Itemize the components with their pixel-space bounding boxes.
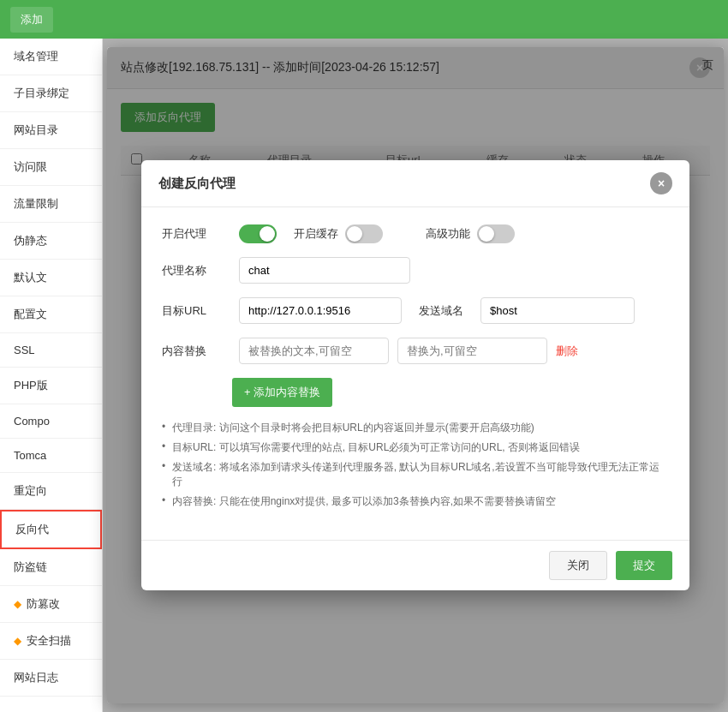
cache-enable-group: 开启缓存 (294, 224, 383, 243)
sidebar: 域名管理 子目录绑定 网站目录 访问限 流量限制 伪静态 默认文 配置文 SSL… (0, 39, 103, 712)
info-item-3: 内容替换: 只能在使用nginx对提供, 最多可以添加3条替换内容,如果不需要替… (162, 494, 669, 509)
advanced-track[interactable] (477, 224, 515, 243)
form-row-content-replace: 内容替换 删除 (162, 338, 669, 364)
proxy-enable-knob (260, 226, 275, 242)
main-content: 站点修改[192.168.75.131] -- 添加时间[2023-04-26 … (103, 39, 728, 712)
inner-modal-title: 创建反向代理 (158, 176, 236, 192)
sidebar-item-config[interactable]: 配置文 (0, 296, 102, 333)
proxy-enable-label: 开启代理 (162, 226, 222, 242)
advanced-knob (479, 226, 494, 242)
info-item-0: 代理目录: 访问这个目录时将会把目标URL的内容返回并显示(需要开启高级功能) (162, 421, 669, 435)
inner-modal-header: 创建反向代理 × (141, 160, 689, 207)
form-row-toggles: 开启代理 开启缓存 (162, 224, 669, 243)
info-item-2: 发送域名: 将域名添加到请求头传递到代理服务器, 默认为目标URL域名,若设置不… (162, 460, 669, 489)
diamond-icon-security: ◆ (14, 635, 21, 647)
info-item-1: 目标URL: 可以填写你需要代理的站点, 目标URL必须为可正常访问的URL, … (162, 440, 669, 455)
inner-modal-footer: 关闭 提交 (141, 540, 689, 590)
sidebar-item-compo[interactable]: Compo (0, 404, 102, 439)
sidebar-item-subdir[interactable]: 子目录绑定 (0, 75, 102, 112)
sidebar-item-reverse[interactable]: 反向代 (0, 510, 102, 549)
delete-replace-button[interactable]: 删除 (556, 344, 578, 359)
target-url-label: 目标URL (162, 303, 222, 319)
modal-submit-button[interactable]: 提交 (616, 551, 672, 580)
sidebar-item-traffic[interactable]: 流量限制 (0, 186, 102, 223)
sidebar-item-php[interactable]: PHP版 (0, 368, 102, 404)
replace-to-input[interactable] (397, 338, 547, 364)
inner-modal-overlay: 创建反向代理 × 开启代理 (107, 47, 724, 703)
add-site-button[interactable]: 添加 (10, 7, 53, 33)
top-bar: 添加 (0, 0, 728, 39)
sidebar-item-tomcat[interactable]: Tomca (0, 439, 102, 473)
sidebar-item-sitelog[interactable]: 网站日志 (0, 660, 102, 697)
sidebar-item-website[interactable]: 网站目录 (0, 112, 102, 149)
proxy-enable-toggle[interactable] (239, 224, 277, 243)
sidebar-item-ssl[interactable]: SSL (0, 333, 102, 368)
replace-row: 删除 (239, 338, 669, 364)
info-list: 代理目录: 访问这个目录时将会把目标URL的内容返回并显示(需要开启高级功能) … (162, 421, 669, 509)
send-domain-input[interactable] (480, 297, 635, 324)
proxy-enable-track[interactable] (239, 224, 277, 243)
advanced-group: 高级功能 (426, 224, 515, 243)
cache-enable-track[interactable] (345, 224, 383, 243)
replace-from-input[interactable] (239, 338, 389, 364)
outer-modal-body: 添加反向代理 名称 代理目录 目标url 缓存 状态 操作 (107, 89, 724, 189)
inner-modal: 创建反向代理 × 开启代理 (141, 160, 689, 590)
content-replace-label: 内容替换 (162, 344, 222, 359)
sidebar-item-default[interactable]: 默认文 (0, 260, 102, 296)
inner-modal-close-button[interactable]: × (650, 172, 672, 194)
sidebar-item-hotlink[interactable]: 防盗链 (0, 549, 102, 586)
outer-modal: 站点修改[192.168.75.131] -- 添加时间[2023-04-26 … (107, 47, 724, 703)
sidebar-item-domain[interactable]: 域名管理 (0, 39, 102, 75)
form-row-target-url: 目标URL 发送域名 (162, 297, 669, 324)
proxy-name-input[interactable] (239, 257, 410, 284)
cache-enable-knob (347, 226, 362, 242)
modal-close-button[interactable]: 关闭 (549, 551, 607, 580)
sidebar-item-antitamper[interactable]: ◆ 防篡改 (0, 586, 102, 623)
advanced-label: 高级功能 (426, 226, 470, 242)
send-domain-label: 发送域名 (419, 303, 463, 319)
sidebar-item-redirect[interactable]: 重定向 (0, 473, 102, 510)
add-replace-button[interactable]: + 添加内容替换 (232, 378, 332, 407)
inner-modal-body: 开启代理 开启缓存 (141, 207, 689, 540)
outer-modal-overlay: 站点修改[192.168.75.131] -- 添加时间[2023-04-26 … (103, 39, 728, 712)
form-row-proxy-name: 代理名称 (162, 257, 669, 284)
sidebar-item-access[interactable]: 访问限 (0, 149, 102, 186)
proxy-name-label: 代理名称 (162, 263, 222, 278)
diamond-icon-antitamper: ◆ (14, 598, 21, 610)
sidebar-item-security[interactable]: ◆ 安全扫描 (0, 623, 102, 660)
advanced-toggle[interactable] (477, 224, 515, 243)
sidebar-item-static[interactable]: 伪静态 (0, 223, 102, 260)
add-replace-container: + 添加内容替换 (162, 378, 669, 407)
cache-enable-label: 开启缓存 (294, 226, 338, 242)
cache-enable-toggle[interactable] (345, 224, 383, 243)
target-url-input[interactable] (239, 297, 402, 324)
